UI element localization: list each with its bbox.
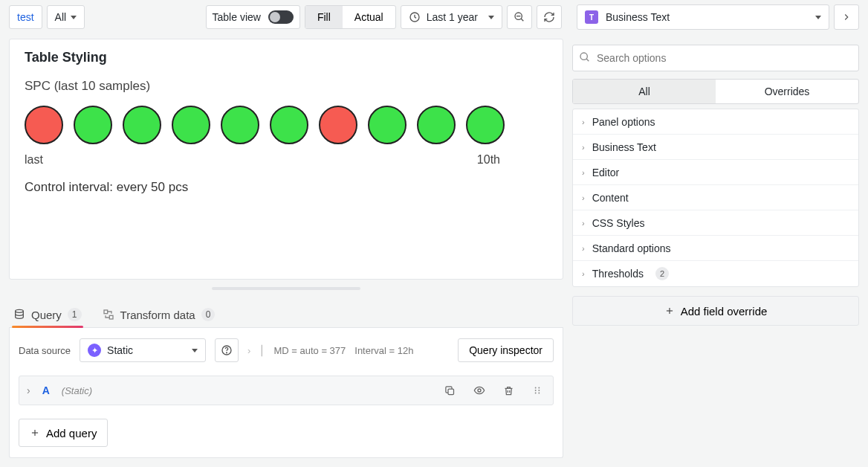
svg-point-16 [538,393,540,394]
tab-all[interactable]: All [573,80,716,103]
options-section[interactable]: ›Content [573,185,858,210]
spc-dot [172,106,210,144]
datasource-select[interactable]: ✦ Static [80,338,206,362]
zoom-out-button[interactable] [507,5,532,29]
options-section-label: Content [592,192,629,204]
query-row[interactable]: › A (Static) [19,376,554,405]
toggle-query-visibility-button[interactable] [470,384,488,396]
spc-dot [466,106,505,144]
options-section-label: CSS Styles [592,217,645,229]
spc-dots-row [25,106,548,144]
axis-right-label: 10th [477,153,500,167]
chevron-right-icon: › [582,219,585,228]
spc-dot [123,106,161,144]
options-tabs: All Overrides [572,79,859,104]
dashboard-link[interactable]: test [9,5,42,29]
fit-fill-button[interactable]: Fill [305,6,343,28]
visualization-picker[interactable]: T Business Text [577,4,829,30]
panel-title: Table Styling [25,50,548,65]
search-icon [579,51,591,63]
query-inspector-button[interactable]: Query inspector [458,338,554,362]
options-section-badge: 2 [655,267,669,280]
search-options-input[interactable] [572,45,859,71]
database-icon [13,309,25,321]
options-section-label: Panel options [592,116,655,128]
options-section[interactable]: ›CSS Styles [573,210,858,236]
variable-all-dropdown[interactable]: All [47,5,85,29]
spc-dot [270,106,308,144]
tab-query-label: Query [31,309,62,321]
viz-name: Business Text [606,11,670,23]
top-toolbar: test All Table view Fill Actual Last 1 y… [0,0,868,34]
refresh-icon [543,11,555,23]
svg-line-3 [521,19,523,21]
add-field-override-button[interactable]: Add field override [572,296,859,326]
options-section[interactable]: ›Editor [573,160,858,185]
drag-query-handle[interactable] [529,385,545,396]
tab-transform-count: 0 [201,308,216,321]
collapse-sidebar-button[interactable] [834,4,859,30]
chevron-right-icon: › [582,143,585,152]
interval-info: Interval = 12h [354,345,413,356]
toggle-track [268,10,294,24]
svg-point-19 [580,53,587,59]
md-info: MD = auto = 377 [273,345,346,356]
chevron-down-icon [192,349,198,352]
svg-rect-6 [109,315,113,319]
tab-overrides[interactable]: Overrides [716,80,858,103]
tab-transform[interactable]: Transform data 0 [103,302,216,327]
chevron-down-icon [488,16,494,19]
options-section-list: ›Panel options›Business Text›Editor›Cont… [572,109,859,287]
toggle-knob [270,12,280,22]
time-range-picker[interactable]: Last 1 year [401,5,502,29]
svg-point-13 [535,390,537,391]
chevron-right-icon: › [247,345,250,356]
svg-point-11 [535,387,537,389]
options-section[interactable]: ›Thresholds2 [573,261,858,286]
clock-icon [409,11,421,23]
eye-icon [473,384,485,396]
grip-icon [532,385,542,396]
table-view-toggle[interactable]: Table view [206,5,300,29]
plus-icon [30,428,40,438]
chevron-right-icon: › [27,384,30,396]
options-section[interactable]: ›Panel options [573,109,858,135]
copy-icon [444,385,456,396]
chevron-right-icon: › [582,269,585,278]
fit-actual-button[interactable]: Actual [343,6,395,28]
chevron-right-icon: › [582,193,585,202]
table-view-label: Table view [213,11,261,23]
chevron-right-icon: › [582,117,585,126]
tab-query-count: 1 [68,308,82,321]
bottom-tabs: Query 1 Transform data 0 [9,299,563,328]
chevron-right-icon: › [582,244,585,253]
options-section-label: Editor [592,167,620,178]
tab-transform-label: Transform data [120,309,195,321]
options-section-label: Business Text [592,141,656,153]
resize-handle[interactable] [9,287,563,292]
query-pane: Data source ✦ Static › ⎮ MD = auto = 377… [9,328,563,458]
duplicate-query-button[interactable] [441,385,459,396]
panel-preview: Table Styling SPC (last 10 samples) last… [9,39,563,280]
delete-query-button[interactable] [500,385,517,396]
svg-point-15 [535,393,537,394]
options-section[interactable]: ›Standard options [573,236,858,261]
transform-icon [103,309,114,321]
datasource-label: Data source [19,345,71,356]
svg-point-12 [538,387,540,389]
chevron-right-icon: › [582,168,585,177]
variable-all-label: All [55,11,67,23]
add-query-button[interactable]: Add query [19,419,108,447]
add-query-label: Add query [46,427,97,439]
query-ref-id: A [42,384,50,396]
svg-rect-9 [448,389,454,395]
options-section[interactable]: ›Business Text [573,135,858,160]
options-section-label: Thresholds [592,268,644,280]
tab-query[interactable]: Query 1 [13,302,82,327]
divider-icon: ⎮ [259,345,265,356]
add-override-label: Add field override [681,305,768,318]
datasource-help-button[interactable] [215,338,239,362]
options-section-label: Standard options [592,242,671,254]
refresh-button[interactable] [537,5,562,29]
control-interval-text: Control interval: every 50 pcs [25,180,548,195]
